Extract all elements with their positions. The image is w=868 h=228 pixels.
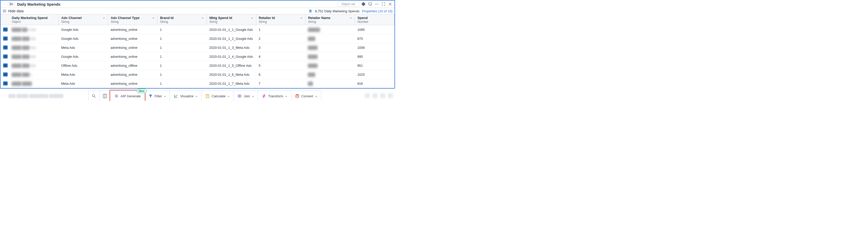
toolbar-docs-button[interactable] <box>99 91 111 101</box>
cell-retailer-id: 1 <box>256 25 305 34</box>
title-bar: $A Daily Marketing Spends Object set <box>1 1 395 8</box>
cell-adv-channel-type: advertising_online <box>108 52 157 61</box>
below-area: ⟶███ █████ ████████ ██████ AIP Generate … <box>1 91 394 101</box>
column-header[interactable]: Brand IdString <box>157 15 207 25</box>
cell-adv-channel: Google Ads <box>59 52 108 61</box>
cell-spend: 1006 <box>355 43 394 52</box>
column-type: String <box>61 20 82 24</box>
calculate-label: Calculate <box>212 94 225 98</box>
chevron-down-icon[interactable] <box>251 17 253 19</box>
chevron-down-icon <box>285 95 287 97</box>
convert-button[interactable]: Convert <box>291 91 321 101</box>
cell-adv-channel: Google Ads <box>59 25 108 34</box>
close-icon[interactable] <box>388 2 393 6</box>
column-label: Mktg Spend Id <box>209 16 232 20</box>
table-row[interactable]: ████ ███ sMeta Adsadvertising_online1202… <box>1 70 395 79</box>
cell-mktg-spend-id: 2020-01-01_1_4_Google Ads <box>207 52 256 61</box>
column-header[interactable]: Mktg Spend IdString <box>207 15 256 25</box>
cell-mktg-spend-id: 2020-01-01_1_2_Google Ads <box>207 34 256 43</box>
chevron-down-icon[interactable] <box>300 17 303 19</box>
toolbar-search-button[interactable] <box>89 91 99 101</box>
object-set-button[interactable]: Object set <box>338 2 359 7</box>
calculate-button[interactable]: Calculate <box>202 91 234 101</box>
chevron-down-icon[interactable] <box>152 17 155 19</box>
aip-icon <box>114 94 119 98</box>
column-label: Spend <box>358 16 369 20</box>
visualize-button[interactable]: Visualize <box>170 91 202 101</box>
table-row[interactable]: ████ ██le AdsGoogle Adsadvertising_onlin… <box>1 25 395 34</box>
visualize-label: Visualize <box>180 94 193 98</box>
cell-retailer-name: ████ <box>306 61 355 70</box>
cell-mktg-spend-id: 2020-01-01_1_7_Meta Ads <box>207 79 256 88</box>
row-object-icon <box>1 70 9 79</box>
row-object-icon <box>1 43 9 52</box>
column-header[interactable]: Adv ChannelString <box>59 15 108 25</box>
chart-icon <box>174 94 178 98</box>
cell-mktg-spend-id: 2020-01-01_1_3_Meta Ads <box>207 43 256 52</box>
data-table: Daily Marketing SpendObjectAdv ChannelSt… <box>1 15 395 88</box>
chevron-down-icon <box>195 95 198 97</box>
column-label: Adv Channel <box>61 16 82 20</box>
join-button[interactable]: Join <box>234 91 258 101</box>
right-blurred-icons <box>365 93 393 98</box>
data-table-scroll[interactable]: Daily Marketing SpendObjectAdv ChannelSt… <box>1 15 395 88</box>
chevron-down-icon[interactable] <box>350 17 352 19</box>
object-set-panel: $A Daily Marketing Spends Object set Hid… <box>0 0 395 89</box>
cell-retailer-name: ███ <box>306 34 355 43</box>
cell-spend: 1085 <box>355 25 394 34</box>
cell-spend: 816 <box>355 79 394 88</box>
transform-icon <box>261 94 266 98</box>
column-header[interactable]: Retailer IdString <box>256 15 305 25</box>
cell-spend-name: ████ ███ Ads <box>9 34 59 43</box>
column-header[interactable]: SpendNumber <box>355 15 394 25</box>
gear-icon[interactable] <box>361 2 366 6</box>
column-header[interactable]: Daily Marketing SpendObject <box>9 15 59 25</box>
chevron-down-icon <box>164 95 166 97</box>
cell-spend: 895 <box>355 52 394 61</box>
transform-label: Transform <box>268 94 283 98</box>
drag-handle-icon[interactable] <box>3 3 6 5</box>
cell-spend-name: ████ ██le Ads <box>9 25 59 34</box>
filter-button[interactable]: Filter <box>145 91 170 101</box>
transform-button[interactable]: Transform <box>258 91 291 101</box>
chevron-down-icon[interactable] <box>202 17 204 19</box>
column-header[interactable]: Retailer NameString <box>306 15 355 25</box>
filter-label: Filter <box>155 94 162 98</box>
table-row[interactable]: ████ ███ AdsGoogle Adsadvertising_online… <box>1 52 395 61</box>
column-header[interactable]: Adv Channel TypeString <box>108 15 157 25</box>
row-icon-column <box>1 15 9 25</box>
cell-retailer-name: █████ <box>306 25 355 34</box>
column-type: String <box>111 20 139 24</box>
variable-chip[interactable]: $A <box>8 2 15 6</box>
expand-icon[interactable] <box>381 2 386 6</box>
calculator-icon <box>205 94 210 98</box>
cell-adv-channel: Meta Ads <box>59 43 108 52</box>
hide-data-button[interactable]: Hide data <box>3 9 24 13</box>
chevron-down-icon <box>252 95 254 97</box>
chevron-down-icon <box>315 95 317 97</box>
cell-adv-channel: Meta Ads <box>59 79 108 88</box>
cell-retailer-id: 2 <box>256 34 305 43</box>
chevron-down-icon[interactable] <box>102 17 105 19</box>
new-badge: New <box>136 89 147 93</box>
table-row[interactable]: ████ ███ AdsMeta Adsadvertising_online12… <box>1 43 395 52</box>
monitor-icon[interactable] <box>368 2 372 6</box>
row-object-icon <box>1 61 9 70</box>
properties-link[interactable]: Properties (10 of 10) <box>362 9 393 13</box>
table-row[interactable]: ████ ███ AdsOffline Adsadvertising_offli… <box>1 61 395 70</box>
hide-data-label: Hide data <box>8 9 24 13</box>
chevron-down-icon <box>227 95 230 97</box>
table-row[interactable]: ████ ████Meta Adsadvertising_online12020… <box>1 79 395 88</box>
cell-adv-channel-type: advertising_online <box>108 43 157 52</box>
aip-label: AIP Generate <box>121 94 141 98</box>
cell-adv-channel-type: advertising_online <box>108 25 157 34</box>
more-icon[interactable] <box>374 2 379 6</box>
table-row[interactable]: ████ ███ AdsGoogle Adsadvertising_online… <box>1 34 395 43</box>
filter-icon <box>148 94 153 98</box>
aip-generate-button[interactable]: AIP Generate New <box>111 91 145 101</box>
convert-label: Convert <box>301 94 313 98</box>
cell-spend-name: ████ ███ Ads <box>9 61 59 70</box>
row-object-icon <box>1 34 9 43</box>
hide-panel-icon <box>3 9 7 13</box>
cell-mktg-spend-id: 2020-01-01_1_6_Meta Ads <box>207 70 256 79</box>
